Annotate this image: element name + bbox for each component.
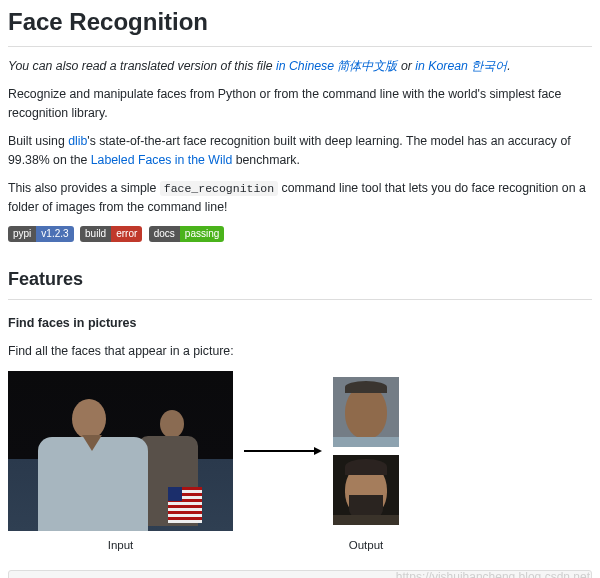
cli-code: face_recognition <box>160 181 278 196</box>
intro-lead: You can also read a translated version o… <box>8 59 276 73</box>
page-title: Face Recognition <box>8 4 592 47</box>
output-face-1 <box>333 377 399 447</box>
input-image <box>8 371 233 531</box>
person-front-icon <box>38 391 158 531</box>
badge-value: v1.2.3 <box>36 226 73 242</box>
link-lfw[interactable]: Labeled Faces in the Wild <box>91 153 233 167</box>
us-flag-icon <box>168 487 202 523</box>
link-chinese[interactable]: in Chinese 简体中文版 <box>276 59 398 73</box>
badge-label: build <box>80 226 111 242</box>
intro-tail: . <box>507 59 510 73</box>
code-block: import face_recognition image = face_rec… <box>8 570 592 578</box>
link-dlib[interactable]: dlib <box>68 134 87 148</box>
link-korean[interactable]: in Korean 한국어 <box>415 59 507 73</box>
example-row <box>8 371 592 531</box>
caption-input: Input <box>8 537 233 554</box>
badge-docs[interactable]: docspassing <box>149 226 225 242</box>
intro-mid: or <box>398 59 416 73</box>
built-paragraph: Built using dlib's state-of-the-art face… <box>8 132 592 169</box>
output-column <box>333 377 399 525</box>
badge-build[interactable]: builderror <box>80 226 142 242</box>
badge-value: error <box>111 226 142 242</box>
badge-label: docs <box>149 226 180 242</box>
badge-value: passing <box>180 226 224 242</box>
cli-paragraph: This also provides a simple face_recogni… <box>8 179 592 216</box>
badge-pypi[interactable]: pypiv1.2.3 <box>8 226 74 242</box>
badges-row: pypiv1.2.3 builderror docspassing <box>8 226 592 247</box>
caption-output: Output <box>333 537 399 554</box>
recognize-paragraph: Recognize and manipulate faces from Pyth… <box>8 85 592 122</box>
arrow-icon <box>233 441 333 459</box>
find-faces-heading: Find faces in pictures <box>8 314 592 333</box>
features-heading: Features <box>8 266 592 300</box>
caption-row: Input Output <box>8 537 592 554</box>
intro-paragraph: You can also read a translated version o… <box>8 57 592 75</box>
output-face-2 <box>333 455 399 525</box>
find-faces-sub: Find all the faces that appear in a pict… <box>8 342 592 360</box>
badge-label: pypi <box>8 226 36 242</box>
